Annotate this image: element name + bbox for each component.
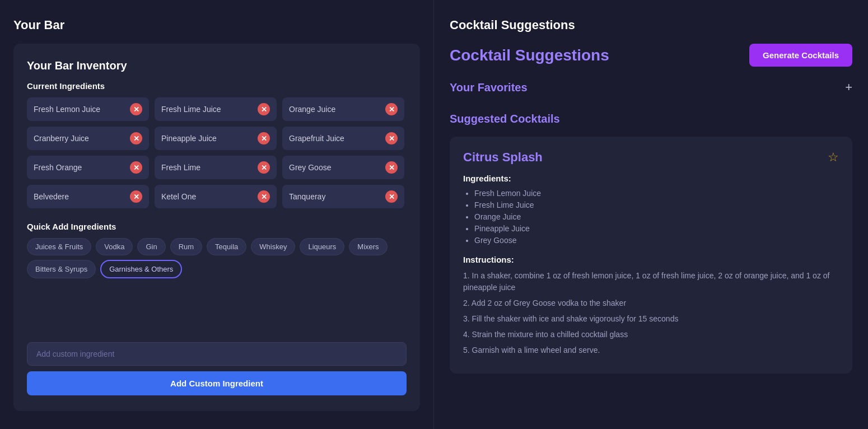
ingredient-name: Grey Goose [289, 163, 331, 172]
ingredient-name: Tanqueray [289, 192, 325, 201]
quick-add-tag[interactable]: Gin [137, 238, 165, 255]
remove-ingredient-button[interactable]: ✕ [385, 161, 398, 174]
cocktail-name: Citrus Splash [463, 150, 543, 165]
ingredient-name: Fresh Orange [34, 163, 82, 172]
favorites-title: Your Favorites [450, 81, 528, 94]
ingredient-list-item: Grey Goose [474, 236, 839, 245]
ingredients-grid: Fresh Lemon Juice ✕Fresh Lime Juice ✕Ora… [27, 97, 407, 208]
quick-add-tag[interactable]: Tequila [207, 238, 246, 255]
inventory-card: Your Bar Inventory Current Ingredients F… [13, 44, 420, 411]
instruction-item: 3. Fill the shaker with ice and shake vi… [463, 313, 839, 325]
ingredient-name: Fresh Lime [161, 163, 200, 172]
remove-ingredient-button[interactable]: ✕ [258, 161, 270, 174]
ingredient-tag: Grey Goose ✕ [282, 156, 404, 179]
ingredient-tag: Belvedere ✕ [27, 185, 149, 208]
quick-add-tags: Juices & FruitsVodkaGinRumTequilaWhiskey… [27, 238, 407, 278]
quick-add-section: Quick Add Ingredients Juices & FruitsVod… [27, 222, 407, 278]
instruction-item: 2. Add 2 oz of Grey Goose vodka to the s… [463, 297, 839, 309]
suggested-cocktails-title: Suggested Cocktails [450, 113, 852, 125]
instructions-list: 1. In a shaker, combine 1 oz of fresh le… [463, 270, 839, 356]
quick-add-tag[interactable]: Rum [170, 238, 202, 255]
ingredients-grid-wrapper: Fresh Lemon Juice ✕Fresh Lime Juice ✕Ora… [27, 97, 407, 208]
quick-add-tag[interactable]: Bitters & Syrups [27, 260, 96, 278]
ingredient-tag: Fresh Orange ✕ [27, 156, 149, 179]
cocktail-card: Citrus Splash ☆ Ingredients:Fresh Lemon … [450, 137, 852, 374]
ingredient-name: Grapefruit Juice [289, 134, 344, 143]
ingredient-tag: Ketel One ✕ [155, 185, 277, 208]
custom-ingredient-section: Add Custom Ingredient [27, 342, 407, 395]
quick-add-tag[interactable]: Garnishes & Others [100, 260, 182, 278]
quick-add-tag[interactable]: Vodka [96, 238, 133, 255]
quick-add-tag[interactable]: Juices & Fruits [27, 238, 91, 255]
add-custom-ingredient-button[interactable]: Add Custom Ingredient [27, 371, 407, 395]
left-panel: Your Bar Your Bar Inventory Current Ingr… [0, 0, 434, 429]
favorite-star-icon[interactable]: ☆ [828, 150, 839, 165]
right-panel: Cocktail Suggestions Cocktail Suggestion… [434, 0, 868, 429]
ingredient-list-item: Fresh Lime Juice [474, 200, 839, 209]
remove-ingredient-button[interactable]: ✕ [385, 132, 398, 144]
quick-add-tag[interactable]: Liqueurs [300, 238, 344, 255]
instruction-item: 5. Garnish with a lime wheel and serve. [463, 344, 839, 356]
left-panel-title: Your Bar [13, 18, 420, 32]
remove-ingredient-button[interactable]: ✕ [258, 190, 270, 203]
ingredient-tag: Orange Juice ✕ [282, 97, 404, 121]
favorites-section: Your Favorites + [450, 80, 852, 101]
cocktail-name-row: Citrus Splash ☆ [463, 150, 839, 165]
remove-ingredient-button[interactable]: ✕ [258, 103, 270, 115]
ingredient-list-item: Orange Juice [474, 212, 839, 221]
suggestions-header: Cocktail Suggestions Generate Cocktails [450, 44, 852, 67]
ingredient-tag: Cranberry Juice ✕ [27, 127, 149, 150]
ingredient-tag: Fresh Lemon Juice ✕ [27, 97, 149, 121]
add-favorites-icon[interactable]: + [845, 80, 852, 95]
ingredient-list-item: Fresh Lemon Juice [474, 189, 839, 198]
instruction-item: 4. Strain the mixture into a chilled coc… [463, 329, 839, 341]
quick-add-tag[interactable]: Mixers [349, 238, 387, 255]
current-ingredients-label: Current Ingredients [27, 81, 407, 91]
ingredient-tag: Fresh Lime Juice ✕ [155, 97, 277, 121]
ingredient-name: Pineapple Juice [161, 134, 217, 143]
ingredient-tag: Tanqueray ✕ [282, 185, 404, 208]
remove-ingredient-button[interactable]: ✕ [130, 132, 142, 144]
ingredient-name: Belvedere [34, 192, 69, 201]
instruction-item: 1. In a shaker, combine 1 oz of fresh le… [463, 270, 839, 293]
ingredient-name: Fresh Lemon Juice [34, 105, 100, 114]
ingredient-name: Cranberry Juice [34, 134, 89, 143]
inventory-title: Your Bar Inventory [27, 59, 407, 72]
remove-ingredient-button[interactable]: ✕ [258, 132, 270, 144]
cocktails-container: Citrus Splash ☆ Ingredients:Fresh Lemon … [450, 137, 852, 374]
remove-ingredient-button[interactable]: ✕ [130, 161, 142, 174]
custom-ingredient-input[interactable] [27, 342, 407, 366]
ingredient-name: Ketel One [161, 192, 196, 201]
generate-cocktails-button[interactable]: Generate Cocktails [749, 44, 852, 67]
ingredient-tag: Grapefruit Juice ✕ [282, 127, 404, 150]
ingredients-list: Fresh Lemon JuiceFresh Lime JuiceOrange … [463, 189, 839, 245]
ingredients-label: Ingredients: [463, 174, 839, 183]
ingredient-tag: Pineapple Juice ✕ [155, 127, 277, 150]
quick-add-label: Quick Add Ingredients [27, 222, 407, 231]
ingredient-list-item: Pineapple Juice [474, 224, 839, 233]
ingredient-tag: Fresh Lime ✕ [155, 156, 277, 179]
quick-add-tag[interactable]: Whiskey [251, 238, 295, 255]
cocktail-suggestions-heading: Cocktail Suggestions [450, 46, 609, 64]
remove-ingredient-button[interactable]: ✕ [130, 190, 142, 203]
instructions-label: Instructions: [463, 255, 839, 264]
remove-ingredient-button[interactable]: ✕ [385, 103, 398, 115]
ingredient-name: Fresh Lime Juice [161, 105, 221, 114]
right-panel-title: Cocktail Suggestions [450, 18, 852, 32]
remove-ingredient-button[interactable]: ✕ [130, 103, 142, 115]
remove-ingredient-button[interactable]: ✕ [385, 190, 398, 203]
ingredient-name: Orange Juice [289, 105, 335, 114]
